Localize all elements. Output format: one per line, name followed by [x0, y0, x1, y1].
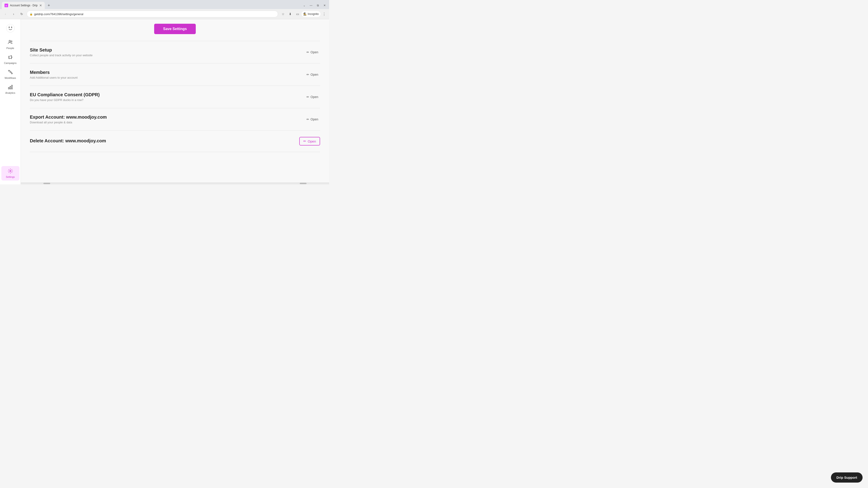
export-account-section: Export Account: www.moodjoy.com Download…: [30, 108, 320, 130]
delete-pencil-icon: ✏: [303, 139, 306, 143]
analytics-label: Analytics: [5, 92, 15, 94]
workflows-label: Workflows: [4, 76, 16, 79]
delete-open-label: Open: [308, 139, 316, 143]
svg-point-2: [6, 24, 14, 32]
eu-compliance-section: EU Compliance Consent (GDPR) Do you have…: [30, 86, 320, 108]
members-open-label: Open: [311, 73, 318, 76]
svg-rect-9: [11, 73, 12, 74]
settings-icon: [8, 168, 13, 175]
site-setup-pencil-icon: ✏: [307, 51, 309, 54]
browser-chrome: D Account Settings · Drip ✕ + ⌄ — ⧉ ✕ ‹ …: [0, 0, 329, 19]
active-tab[interactable]: D Account Settings · Drip ✕: [2, 2, 45, 9]
back-button[interactable]: ‹: [2, 11, 8, 17]
new-tab-button[interactable]: +: [46, 2, 52, 8]
download-button[interactable]: ⬇: [287, 11, 293, 17]
svg-point-3: [8, 27, 10, 28]
minimize-button[interactable]: —: [308, 3, 314, 8]
export-open-label: Open: [311, 118, 318, 121]
delete-account-title: Delete Account: www.moodjoy.com: [30, 138, 295, 143]
eu-compliance-title: EU Compliance Consent (GDPR): [30, 92, 300, 97]
campaigns-icon: [8, 55, 13, 61]
site-setup-open-label: Open: [311, 51, 318, 54]
export-account-action: ✏ Open: [305, 117, 320, 122]
members-open-button[interactable]: ✏ Open: [305, 72, 320, 77]
delete-account-section: Delete Account: www.moodjoy.com ✏ Open: [30, 131, 320, 152]
profile-label: Incognito: [308, 12, 319, 15]
profile-button[interactable]: 🕵 Incognito: [302, 11, 320, 17]
export-account-desc: Download all your people & data: [30, 121, 300, 124]
close-window-button[interactable]: ✕: [322, 3, 327, 8]
more-options-button[interactable]: ⋮: [321, 12, 327, 16]
section-list: Site Setup Collect people and track acti…: [21, 41, 329, 152]
site-setup-desc: Collect people and track activity on you…: [30, 54, 300, 57]
members-info: Members Add Additional users to your acc…: [30, 70, 300, 79]
bookmark-button[interactable]: ☆: [280, 11, 286, 17]
members-section: Members Add Additional users to your acc…: [30, 64, 320, 86]
minimize-dropdown-button[interactable]: ⌄: [302, 3, 307, 8]
address-bar-actions: ☆ ⬇ ▭ 🕵 Incognito ⋮: [280, 11, 327, 17]
members-title: Members: [30, 70, 300, 75]
site-setup-info: Site Setup Collect people and track acti…: [30, 47, 300, 57]
analytics-icon: [8, 84, 13, 91]
eu-compliance-pencil-icon: ✏: [307, 95, 309, 99]
campaigns-label: Campaigns: [4, 62, 17, 64]
delete-account-info: Delete Account: www.moodjoy.com: [30, 138, 295, 144]
tab-title: Account Settings · Drip: [10, 4, 37, 7]
save-settings-button[interactable]: Save Settings: [154, 24, 196, 34]
sidebar-item-people[interactable]: People: [1, 37, 20, 52]
workflows-icon: [8, 69, 13, 76]
export-account-open-button[interactable]: ✏ Open: [305, 117, 320, 122]
address-bar[interactable]: 🔒 getdrip.com/7641396/settings/general: [27, 11, 278, 18]
people-label: People: [6, 47, 14, 50]
eu-compliance-open-button[interactable]: ✏ Open: [305, 94, 320, 100]
forward-button[interactable]: ›: [10, 11, 17, 17]
svg-point-5: [9, 40, 10, 42]
url-display: getdrip.com/7641396/settings/general: [34, 12, 275, 16]
delete-account-open-button[interactable]: ✏ Open: [299, 137, 320, 145]
svg-text:D: D: [6, 5, 7, 7]
eu-compliance-action: ✏ Open: [305, 94, 320, 100]
settings-label: Settings: [6, 175, 15, 178]
site-setup-action: ✏ Open: [305, 50, 320, 55]
main-content: Save Settings Site Setup Collect people …: [21, 19, 329, 184]
drip-logo[interactable]: [5, 23, 16, 34]
devices-button[interactable]: ▭: [294, 11, 301, 17]
site-setup-title: Site Setup: [30, 47, 300, 53]
members-pencil-icon: ✏: [307, 73, 309, 76]
reload-button[interactable]: ↻: [19, 11, 25, 17]
members-desc: Add Additional users to your account: [30, 76, 300, 79]
site-setup-open-button[interactable]: ✏ Open: [305, 50, 320, 55]
window-controls: ⌄ — ⧉ ✕: [302, 3, 327, 8]
svg-point-6: [11, 41, 12, 42]
export-pencil-icon: ✏: [307, 118, 309, 121]
svg-point-4: [11, 27, 12, 28]
members-action: ✏ Open: [305, 72, 320, 77]
sidebar-item-workflows[interactable]: Workflows: [1, 67, 20, 82]
svg-rect-8: [10, 72, 11, 72]
svg-point-13: [10, 170, 11, 172]
export-account-info: Export Account: www.moodjoy.com Download…: [30, 115, 300, 124]
sidebar-bottom: Settings: [1, 166, 20, 181]
site-setup-section: Site Setup Collect people and track acti…: [30, 41, 320, 63]
sidebar-item-campaigns[interactable]: Campaigns: [1, 52, 20, 67]
main-layout: People Campaigns: [0, 19, 329, 184]
maximize-button[interactable]: ⧉: [315, 3, 320, 8]
sidebar-item-settings[interactable]: Settings: [1, 166, 20, 181]
svg-rect-7: [8, 70, 9, 71]
eu-compliance-desc: Do you have your GDPR ducks in a row?: [30, 98, 300, 102]
address-bar-row: ‹ › ↻ 🔒 getdrip.com/7641396/settings/gen…: [0, 9, 329, 19]
svg-rect-11: [10, 86, 11, 89]
incognito-icon: 🕵: [303, 12, 307, 15]
tab-close-button[interactable]: ✕: [39, 4, 42, 7]
sidebar: People Campaigns: [0, 19, 21, 184]
save-button-container: Save Settings: [21, 19, 329, 41]
export-account-title: Export Account: www.moodjoy.com: [30, 115, 300, 120]
eu-compliance-open-label: Open: [311, 95, 318, 99]
svg-rect-12: [11, 85, 12, 89]
people-icon: [8, 39, 13, 46]
eu-compliance-info: EU Compliance Consent (GDPR) Do you have…: [30, 92, 300, 102]
sidebar-item-analytics[interactable]: Analytics: [1, 82, 20, 96]
delete-account-action: ✏ Open: [299, 137, 320, 145]
lock-icon: 🔒: [30, 13, 33, 15]
svg-rect-10: [8, 88, 9, 89]
